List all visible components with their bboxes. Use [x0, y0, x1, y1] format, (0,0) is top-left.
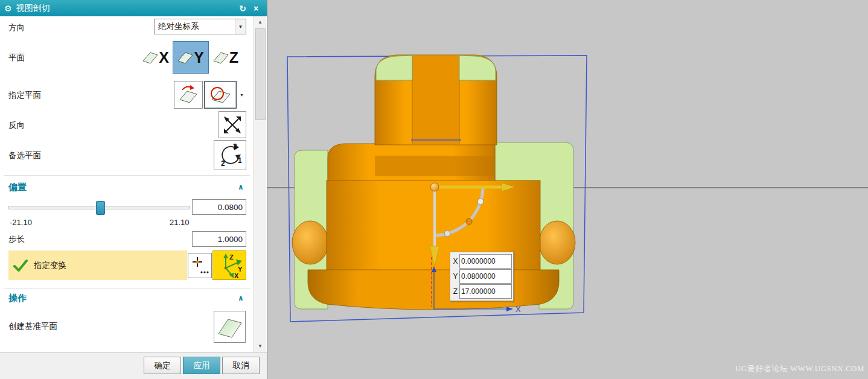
cycle-number-1: 1	[238, 156, 242, 165]
create-datum-plane-label: 创建基准平面	[8, 321, 57, 332]
gear-icon: ⚙	[4, 4, 12, 13]
create-datum-plane-button[interactable]	[214, 311, 246, 343]
plane-y-letter: Y	[194, 49, 204, 66]
rotate-handle[interactable]	[444, 231, 450, 237]
cycle-number-2: 2	[221, 159, 225, 168]
point-dialog-button[interactable]	[188, 253, 212, 278]
side-port-left	[292, 221, 328, 264]
3d-scene-canvas[interactable]: X	[267, 0, 868, 379]
view-section-dialog: ⚙ 视图剖切 ↻ × 方向 绝对坐标系 ▼ 平面 X Y	[0, 0, 267, 379]
specify-plane-group: ▼	[174, 81, 246, 109]
plane-label: 平面	[8, 53, 25, 63]
section-divider	[4, 175, 250, 176]
specify-transform-field[interactable]: 指定变换	[8, 250, 187, 280]
offset-range-max: 21.10	[170, 218, 190, 227]
chevron-down-icon[interactable]: ▼	[235, 19, 246, 34]
direction-value: 绝对坐标系	[155, 19, 235, 34]
coordinate-readout: X 0.0000000 Y 0.0800000 Z 17.000000	[450, 252, 514, 301]
rotate-handle[interactable]	[477, 199, 483, 205]
readout-row-y: Y 0.0800000	[452, 269, 512, 284]
reverse-label: 反向	[8, 120, 25, 131]
scroll-up-icon[interactable]: ▲	[254, 17, 266, 27]
forum-watermark: UG爱好者论坛 WWW.UGSNX.COM	[735, 363, 864, 374]
datum-plane-icon	[216, 314, 244, 340]
close-icon[interactable]: ×	[249, 4, 263, 13]
dialog-title: 视图剖切	[16, 3, 236, 14]
step-value-input[interactable]	[192, 231, 246, 247]
plane-z-letter: Z	[229, 49, 238, 66]
plane-option-z[interactable]: Z	[208, 42, 243, 73]
offset-collapse-icon[interactable]: ∧	[238, 183, 244, 191]
bore	[412, 56, 459, 144]
readout-row-z: Z 17.000000	[452, 284, 512, 299]
direction-combobox[interactable]: 绝对坐标系 ▼	[154, 19, 246, 34]
cut-face-top-left	[376, 56, 412, 80]
specify-plane-label: 指定平面	[8, 90, 41, 101]
x-axis-label: X	[515, 305, 521, 314]
cycle-planes-icon: 3 1 2	[216, 141, 244, 169]
readout-z-value[interactable]: 17.000000	[459, 284, 512, 299]
cancel-button[interactable]: 取消	[222, 357, 260, 374]
rotate-handle[interactable]	[466, 218, 472, 225]
cut-face-top-right	[459, 56, 496, 80]
reset-icon[interactable]: ↻	[236, 4, 249, 13]
specify-plane-dropdown-icon[interactable]: ▼	[238, 81, 246, 109]
readout-x-label: X	[452, 257, 459, 266]
slider-handle[interactable]	[96, 201, 105, 215]
specify-plane-button[interactable]	[204, 81, 237, 109]
cycle-number-3: 3	[233, 142, 237, 151]
offset-value-input[interactable]	[192, 199, 246, 215]
csys-z-label: Z	[229, 253, 234, 261]
section-divider	[4, 288, 250, 288]
operation-collapse-icon[interactable]: ∧	[238, 294, 244, 302]
check-icon	[13, 259, 28, 272]
dialog-scrollbar[interactable]: ▲ ▼	[254, 16, 266, 352]
apply-button[interactable]: 应用	[183, 357, 220, 374]
alternate-plane-button[interactable]: 3 1 2	[214, 140, 246, 170]
flange-recess	[375, 156, 495, 176]
ok-button[interactable]: 确定	[144, 357, 181, 374]
point-plus-icon	[190, 255, 209, 276]
reverse-arrows-icon	[221, 113, 244, 136]
plane-option-x[interactable]: X	[138, 42, 173, 73]
readout-x-value[interactable]: 0.0000000	[459, 254, 512, 269]
plane-x-letter: X	[159, 49, 169, 66]
csys-x-label: X	[234, 272, 239, 279]
reverse-direction-button[interactable]	[219, 111, 246, 138]
side-port-right	[539, 221, 575, 264]
plane-dialog-icon	[177, 84, 199, 106]
origin-handle[interactable]	[430, 183, 439, 191]
offset-slider[interactable]	[8, 201, 190, 214]
scroll-down-icon[interactable]: ▼	[254, 341, 266, 351]
plane-x-icon	[142, 49, 158, 65]
alternate-plane-label: 备选平面	[8, 150, 41, 161]
dialog-body: 方向 绝对坐标系 ▼ 平面 X Y Z	[0, 16, 254, 352]
plane-dialog-button[interactable]	[174, 81, 203, 109]
readout-z-label: Z	[452, 287, 459, 296]
readout-row-x: X 0.0000000	[452, 254, 512, 269]
plane-option-y[interactable]: Y	[173, 42, 208, 73]
readout-y-value[interactable]: 0.0800000	[459, 269, 512, 284]
plane-options: X Y Z	[138, 42, 243, 73]
plane-z-icon	[213, 49, 229, 65]
operation-section-header[interactable]: 操作	[8, 293, 27, 304]
dialog-footer: 确定 应用 取消	[0, 352, 267, 379]
step-label: 步长	[8, 234, 25, 245]
scrollbar-thumb[interactable]	[255, 28, 266, 120]
specify-transform-label: 指定变换	[34, 260, 66, 271]
plane-y-icon	[177, 49, 193, 65]
csys-manipulator-button[interactable]: Z Y X	[212, 250, 246, 280]
direction-label: 方向	[8, 22, 25, 33]
offset-range-min: -21.10	[10, 218, 32, 227]
readout-y-label: Y	[452, 272, 459, 281]
offset-section-header[interactable]: 偏置	[8, 182, 27, 193]
3d-viewport[interactable]: X X 0.0000000 Y 0.0800000 Z 17.000000 UG…	[267, 0, 868, 379]
dialog-titlebar[interactable]: ⚙ 视图剖切 ↻ ×	[0, 0, 267, 16]
base-cylinder	[308, 270, 559, 310]
csys-icon: Z Y X	[215, 252, 244, 279]
plane-select-icon	[208, 84, 232, 106]
